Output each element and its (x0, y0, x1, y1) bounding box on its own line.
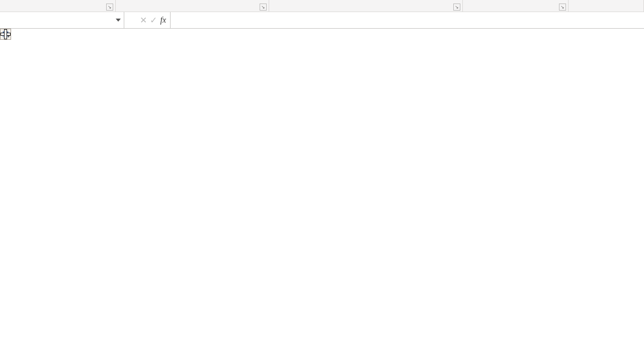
ribbon-groups: ↘ ↘ ↘ ↘ (0, 0, 644, 12)
ribbon-group-font[interactable]: ↘ (116, 0, 269, 12)
fx-icon[interactable]: fx (160, 16, 166, 25)
formula-bar: ✕ ✓ fx (0, 12, 644, 29)
enter-icon[interactable]: ✓ (150, 15, 157, 26)
autofill-options-icon[interactable] (0, 29, 11, 40)
formula-input[interactable] (171, 12, 644, 28)
cancel-icon[interactable]: ✕ (140, 15, 147, 26)
dialog-launcher-icon[interactable]: ↘ (260, 4, 267, 11)
dialog-launcher-icon[interactable]: ↘ (453, 4, 460, 11)
ribbon-group-number[interactable]: ↘ (463, 0, 569, 12)
chevron-down-icon[interactable] (116, 19, 121, 22)
dialog-launcher-icon[interactable]: ↘ (106, 4, 113, 11)
ribbon-group-alignment[interactable]: ↘ (269, 0, 463, 12)
svg-rect-1 (3, 32, 8, 33)
ribbon-group-clipboard[interactable]: ↘ (0, 0, 116, 12)
dialog-launcher-icon[interactable]: ↘ (559, 4, 566, 11)
name-box[interactable] (35, 19, 124, 22)
ribbon-group-styles[interactable] (569, 0, 644, 12)
